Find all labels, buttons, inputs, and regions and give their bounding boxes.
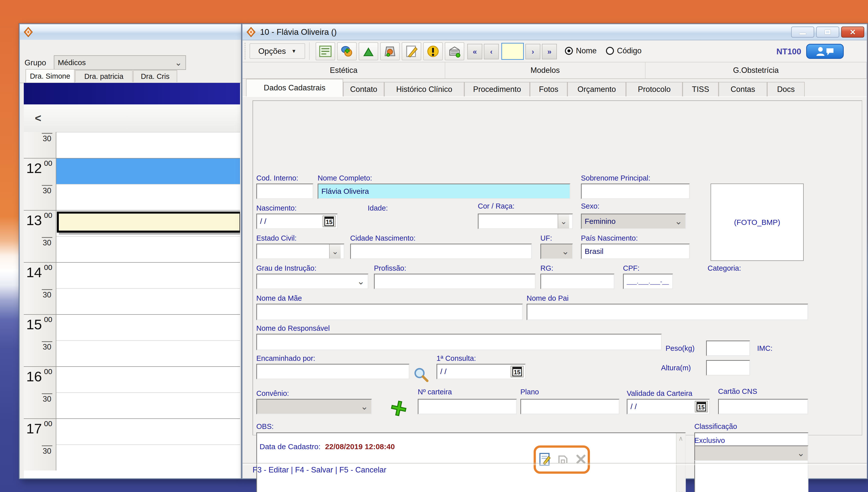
radio-code[interactable] (606, 47, 614, 55)
schedule-row-1430[interactable]: 30 (24, 288, 240, 314)
chevron-down-icon: ▼ (291, 48, 296, 54)
delete-record-button[interactable] (380, 42, 400, 60)
restore-button[interactable] (816, 27, 839, 38)
schedule-row-1530[interactable]: 30 (24, 340, 240, 366)
sobrenome-input[interactable] (581, 183, 690, 199)
profissao-input[interactable] (374, 274, 536, 289)
schedule-row-1230[interactable]: 30 (24, 184, 240, 210)
tab-g-obstetricia[interactable]: G.Obstetrícia (645, 63, 867, 78)
tab-estetica[interactable]: Estética (242, 63, 445, 78)
chat-button[interactable] (806, 44, 844, 59)
nome-mae-input[interactable] (256, 304, 523, 320)
nome-pai-label: Nome do Pai (527, 294, 569, 302)
schedule-row-1730[interactable]: 30 (24, 444, 240, 470)
calendar-button[interactable]: 15 (511, 366, 524, 377)
cartao-cns-input[interactable] (718, 399, 808, 414)
tab-orcamento[interactable]: Orçamento (567, 82, 626, 96)
nav-prev-button[interactable]: ‹ (484, 44, 499, 59)
patient-window-titlebar[interactable]: 10 - Flávia Oliveira () ✕ (242, 24, 867, 40)
new-record-button[interactable] (337, 42, 357, 60)
nav-last-button[interactable]: » (542, 44, 557, 59)
schedule-row-1500[interactable]: 1500 (24, 314, 240, 340)
nome-responsavel-input[interactable] (256, 334, 662, 350)
n-carteira-input[interactable] (418, 399, 517, 414)
schedule-window-titlebar[interactable] (20, 24, 241, 40)
minimize-button[interactable] (791, 27, 814, 38)
options-menu-button[interactable]: Opções▼ (250, 43, 305, 59)
chart-button[interactable] (359, 42, 378, 60)
tab-tiss[interactable]: TISS (683, 82, 719, 96)
schedule-row-1400[interactable]: 1400 (24, 262, 240, 288)
uf-select[interactable]: ⌄ (540, 244, 573, 259)
register-button[interactable] (445, 42, 464, 60)
cidade-nascimento-input[interactable] (350, 244, 532, 259)
tab-dra-simone[interactable]: Dra. Simone (26, 69, 75, 83)
convenio-select[interactable]: ⌄ (256, 399, 372, 414)
tab-protocolo[interactable]: Protocolo (626, 82, 683, 96)
sexo-select[interactable]: Feminino ⌄ (581, 214, 686, 229)
primeira-consulta-input[interactable]: / / 15 (436, 364, 526, 379)
tab-dados-cadastrais[interactable]: Dados Cadastrais (246, 79, 343, 96)
exclusivo-select[interactable]: ⌄ (694, 445, 809, 461)
collapse-gutter-button[interactable]: < (29, 111, 47, 125)
calendar-button[interactable]: 15 (695, 401, 708, 412)
group-select[interactable]: Médicos ⌄ (54, 55, 186, 70)
tab-docs[interactable]: Docs (767, 82, 805, 96)
photo-placeholder[interactable]: (FOTO_BMP) (711, 183, 804, 261)
nome-completo-input[interactable]: Flávia Oliveira (317, 183, 570, 199)
scroll-down-icon[interactable]: ∨ (678, 490, 683, 492)
record-list-button[interactable] (315, 42, 335, 60)
appointment-selected[interactable] (57, 212, 240, 232)
schedule-row-1700[interactable]: 1700 (24, 418, 240, 444)
nav-next-button[interactable]: › (525, 44, 540, 59)
schedule-row-1200[interactable]: 1200 (24, 158, 240, 184)
tab-procedimento[interactable]: Procedimento (464, 82, 530, 96)
obs-textarea[interactable]: ∧ ∨ (256, 433, 686, 492)
cpf-input[interactable]: ___.___.___-__ (623, 274, 673, 289)
schedule-row-1600[interactable]: 1600 (24, 366, 240, 392)
selected-slot[interactable] (56, 158, 240, 184)
add-convenio-icon[interactable] (389, 399, 408, 418)
encaminhado-input[interactable] (256, 364, 409, 379)
toolbar-grip[interactable] (245, 43, 247, 59)
estado-civil-select[interactable]: ⌄ (256, 244, 344, 259)
calendar-button[interactable]: 15 (323, 216, 336, 227)
tab-contato[interactable]: Contato (343, 82, 384, 96)
nome-pai-input[interactable] (527, 304, 808, 320)
grau-instrucao-select[interactable]: ⌄ (256, 274, 368, 289)
nascimento-input[interactable]: / / 15 (256, 214, 338, 229)
search-icon[interactable] (413, 367, 429, 382)
close-button[interactable]: ✕ (841, 27, 864, 38)
search-by-name-option[interactable]: Nome (565, 46, 597, 55)
tab-historico-clinico[interactable]: Histórico Clínico (384, 82, 464, 96)
cor-raca-select[interactable]: ⌄ (478, 214, 573, 229)
pais-nascimento-input[interactable]: Brasil (581, 244, 690, 259)
obs-scrollbar[interactable]: ∧ ∨ (676, 433, 685, 492)
validade-carteira-input[interactable]: / / 15 (627, 399, 710, 414)
tab-contas[interactable]: Contas (719, 82, 767, 96)
time-label: 16 (26, 368, 42, 385)
time-label: 30 (42, 445, 52, 456)
alert-button[interactable] (423, 42, 443, 60)
rg-input[interactable] (540, 274, 614, 289)
tab-fotos[interactable]: Fotos (530, 82, 567, 96)
tab-dra-patricia[interactable]: Dra. patricia (75, 70, 133, 82)
altura-input[interactable] (706, 360, 750, 375)
tab-dra-cris[interactable]: Dra. Cris (133, 70, 177, 82)
plano-input[interactable] (520, 399, 619, 414)
search-by-code-option[interactable]: Código (606, 46, 641, 55)
tab-modelos[interactable]: Modelos (445, 63, 645, 78)
nav-first-button[interactable]: « (467, 44, 482, 59)
radio-name[interactable] (565, 47, 573, 55)
peso-input[interactable] (706, 341, 750, 356)
time-label: 30 (42, 341, 52, 351)
form-list-icon (318, 44, 332, 58)
schedule-row-1130[interactable]: 30 (24, 132, 240, 158)
schedule-row-1630[interactable]: 30 (24, 392, 240, 418)
scroll-up-icon[interactable]: ∧ (678, 435, 683, 442)
cod-interno-input[interactable] (256, 183, 313, 199)
edit-record-button[interactable] (402, 42, 421, 60)
schedule-row-1330[interactable]: 30 (24, 236, 240, 262)
schedule-row-1300[interactable]: 1300 (24, 210, 240, 236)
record-number-input[interactable] (501, 43, 524, 60)
